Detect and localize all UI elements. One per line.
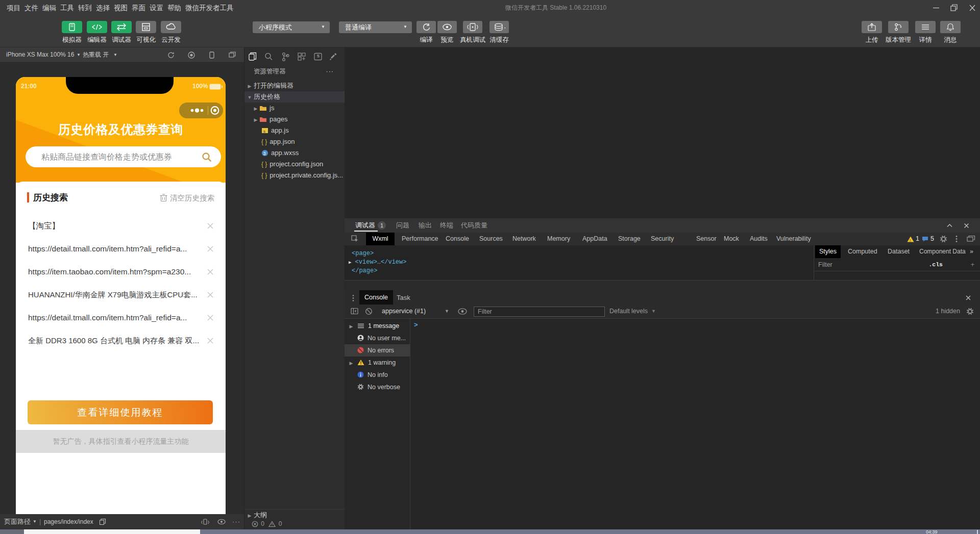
svg-text:s: s — [263, 129, 265, 134]
svg-text:3: 3 — [263, 151, 266, 156]
svg-text:!: ! — [910, 238, 911, 243]
